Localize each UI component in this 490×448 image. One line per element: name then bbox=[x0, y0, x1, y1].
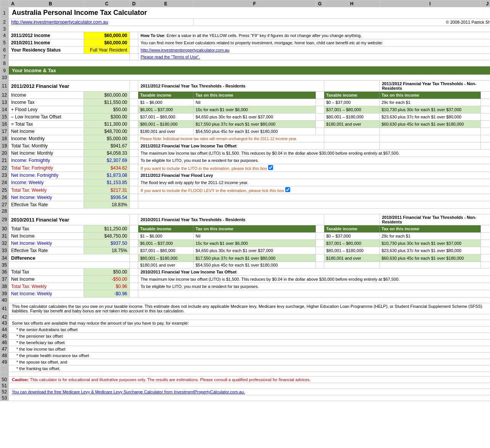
effective-tax-rate-2011-label: Effective Tax Rate bbox=[9, 201, 84, 209]
income-2010-input[interactable]: $60,000.00 bbox=[84, 39, 130, 47]
total-tax-weekly-diff-value: $0.96 bbox=[84, 283, 130, 290]
row-num-4: 4 bbox=[0, 32, 9, 39]
row-num-21: 21 bbox=[0, 157, 9, 164]
col-header-c: C bbox=[84, 0, 130, 7]
income-2011-input[interactable]: $60,000.00 bbox=[84, 32, 130, 39]
thresh2011-nonres-r3-c2: $23,630 plus 37c for each $1 over $80,00… bbox=[380, 113, 481, 121]
spreadsheet-title: Australia Personal Income Tax Calculator bbox=[9, 7, 490, 19]
website-link2-cell[interactable]: http://www.investmentpropertycalculator.… bbox=[138, 47, 490, 54]
thresh2010-res-r3-c2: $4,650 plus 30c for each $1 over $37,000 bbox=[194, 247, 316, 254]
download-link-row[interactable]: You can download the free Medicare Levy … bbox=[9, 389, 490, 395]
row-num-37: 37 bbox=[0, 276, 9, 283]
row-num-9: 9 bbox=[0, 66, 9, 75]
cell-i18 bbox=[380, 135, 481, 142]
cell-i17 bbox=[324, 128, 380, 135]
row39-right bbox=[138, 290, 490, 298]
effective-tax-rate-2010-label: Effective Tax Rate bbox=[9, 247, 84, 254]
thresh2011-nonres-r2-c1: $37,001 – $80,000 bbox=[324, 106, 380, 113]
terms-link[interactable]: Please read the "Terms of Use". bbox=[141, 55, 200, 59]
cell-h11 bbox=[324, 81, 380, 92]
row-num-20: 20 bbox=[0, 150, 9, 157]
row-empty-pre-caution bbox=[9, 372, 490, 377]
residency-label: Your Residency Status bbox=[9, 47, 84, 54]
cell-k15 bbox=[481, 113, 490, 121]
income-weekly-value: $1,153.85 bbox=[84, 179, 130, 186]
thresh2010-res-heading: 2010/2011 Financial Year Tax Thresholds … bbox=[138, 214, 324, 225]
row53-empty bbox=[9, 395, 490, 401]
col-header-a: A bbox=[9, 0, 17, 7]
income-row-value: $60,000.00 bbox=[84, 92, 130, 99]
lito-value: $300.00 bbox=[84, 113, 130, 121]
thresh2010-res-r5-c1: $180,001 and over bbox=[138, 262, 194, 268]
row-num-7: 7 bbox=[0, 54, 9, 60]
col-header-e: E bbox=[138, 0, 194, 7]
section-header-income-tax: Your Income & Tax bbox=[9, 66, 490, 75]
thresh2011-nonres-heading: 2011/2012 Financial Year Tax Thresholds … bbox=[380, 81, 490, 92]
year2010-heading: 2010/2011 Financial Year bbox=[9, 214, 130, 225]
flood-levy-checkbox[interactable] bbox=[285, 187, 290, 192]
website-link-cell[interactable]: http://www.investmentpropertycalculator.… bbox=[9, 19, 194, 26]
thresh2010-nonres-r2-c1: $37,001 – $80,000 bbox=[324, 240, 380, 247]
cell-j35 bbox=[380, 262, 481, 268]
copyright-cell: © 2008-2011 Patrick Shi bbox=[194, 19, 490, 26]
thresh2010-nonres-col2-hdr: Tax on this income bbox=[380, 225, 481, 233]
row-num-48b bbox=[0, 366, 9, 372]
thresh2010-nonres-heading: 2010/2011 Financial Year Tax Thresholds … bbox=[380, 214, 490, 225]
col-header-i: I bbox=[380, 0, 481, 7]
cell-k17 bbox=[481, 128, 490, 135]
col-header-j: J bbox=[481, 0, 490, 7]
cell-j18 bbox=[481, 135, 490, 142]
row-num-17: 17 bbox=[0, 128, 9, 135]
row-num-46: 46 bbox=[0, 340, 9, 346]
website-link[interactable]: http://www.investmentpropertycalculator.… bbox=[11, 19, 108, 25]
thresh2011-nonres-r1-c2: 29c for each $1 bbox=[380, 99, 481, 106]
cell-i35 bbox=[324, 262, 380, 268]
terms-link-cell[interactable]: Please read the "Terms of Use". bbox=[138, 54, 490, 60]
lito-checkbox[interactable] bbox=[268, 165, 273, 170]
income-2010-label: 2010/2011 Income bbox=[9, 39, 84, 47]
copyright-text: © 2008-2011 Patrick Shi bbox=[446, 20, 490, 24]
cell-e18 bbox=[130, 135, 138, 142]
thresh2010-res-r5-c2: $54,550 plus 45c for each $1 over $180,0… bbox=[194, 262, 316, 268]
row-num-5: 5 bbox=[0, 39, 9, 47]
income-fortnightly-value: $2,307.69 bbox=[84, 157, 130, 164]
howto-line2: You can find more free Excel calculators… bbox=[138, 39, 490, 47]
lito-2011-line1: The maximum low income tax offset (LITO)… bbox=[138, 150, 490, 157]
income-monthly-value: $5,000.00 bbox=[84, 135, 130, 142]
row8-empty bbox=[9, 60, 490, 66]
total-tax-diff-label: Total Tax bbox=[9, 268, 84, 276]
thresh2010-res-r1-c2: Nil bbox=[194, 233, 316, 240]
row-num-2: 2 bbox=[0, 19, 9, 26]
website-link-2[interactable]: http://www.investmentpropertycalculator.… bbox=[141, 48, 230, 52]
row-num-36: 36 bbox=[0, 268, 9, 276]
thresh2011-res-r5-c1: $180,001 and over bbox=[138, 128, 194, 135]
row-num-29: 29 bbox=[0, 214, 9, 225]
row-num-32: 32 bbox=[0, 240, 9, 247]
offset-franking: * the franking tax offset. bbox=[9, 366, 490, 372]
cell-h14 bbox=[316, 106, 324, 113]
flood-levy-line1: The flood levy will only apply for the 2… bbox=[138, 179, 490, 186]
total-tax-2010-value: $11,250.00 bbox=[84, 225, 130, 233]
net-income-weekly-diff-value: -$0.96 bbox=[84, 290, 130, 298]
cell-e20 bbox=[130, 150, 138, 157]
cell-e15 bbox=[130, 113, 138, 121]
row-num-3: 3 bbox=[0, 26, 9, 32]
thresh2011-nonres-r3-c1: $80,001 – $180,000 bbox=[324, 113, 380, 121]
offset-pensioner: * the pensioner tax offset bbox=[9, 333, 490, 340]
cell-e27 bbox=[130, 201, 138, 209]
total-tax-2011-label: = Total Tax bbox=[9, 121, 84, 128]
net-income-weekly-2010-label: Net Income: Weekly bbox=[9, 240, 84, 247]
row-num-24: 24 bbox=[0, 179, 9, 186]
net-income-fortnightly-value: $1,873.08 bbox=[84, 172, 130, 179]
thresh2011-res-r3-c2: $4,650 plus 30c for each $1 over $37,000 bbox=[194, 113, 316, 121]
row-num-39: 39 bbox=[0, 290, 9, 298]
net-income-weekly-2011-label: Net Income: Weekly bbox=[9, 194, 84, 201]
download-link[interactable]: You can download the free Medicare Levy … bbox=[12, 390, 245, 394]
cell-e24 bbox=[130, 179, 138, 186]
cell-e7 bbox=[130, 54, 138, 60]
cell-h13 bbox=[316, 99, 324, 106]
residency-input[interactable]: Full Year Resident bbox=[84, 47, 130, 54]
flood-levy-heading: 2011/2012 Financial Year Flood Levy bbox=[138, 172, 490, 179]
row-num-8: 8 bbox=[0, 60, 9, 66]
row-num-34: 34 bbox=[0, 254, 9, 262]
